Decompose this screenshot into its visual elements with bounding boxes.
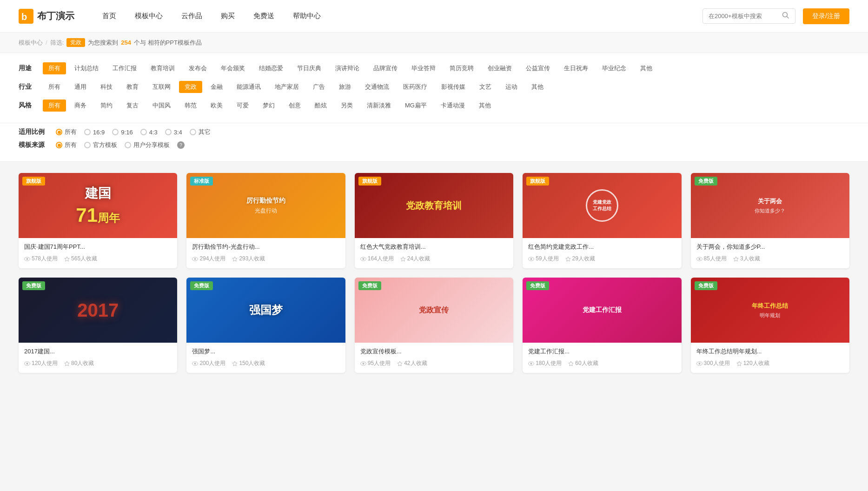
nav-help[interactable]: 帮助中心 (293, 12, 321, 20)
filter-opt-yongtu-8[interactable]: 演讲辩论 (330, 62, 365, 74)
filter-opt-hangye-16[interactable]: 其他 (526, 81, 549, 93)
filter-opt-hangye-5[interactable]: 党政 (179, 81, 202, 93)
template-card-8[interactable]: 党政宣传 免费版 党政宣传模板... 95人使用 42人收藏 (355, 278, 513, 373)
source-option-0[interactable]: 所有 (56, 141, 77, 149)
template-card-2[interactable]: 厉行勤俭节约 光盘行动 标准版 厉行勤俭节约-光盘行动... 294人使用 29… (186, 173, 345, 268)
template-card-4[interactable]: 党建党政工作总结 旗舰版 红色简约党建党政工作... 59人使用 29人收藏 (523, 173, 681, 268)
nav-free[interactable]: 免费送 (253, 12, 274, 20)
nav-template[interactable]: 模板中心 (135, 12, 163, 20)
source-option-2[interactable]: 用户分享模板 (125, 141, 170, 149)
filter-opt-fengge-15[interactable]: 其他 (473, 100, 497, 112)
nav-home[interactable]: 首页 (102, 12, 116, 20)
filter-opt-fengge-2[interactable]: 简约 (95, 100, 118, 112)
nav-buy[interactable]: 购买 (221, 12, 235, 20)
card-views-10: 300人使用 (696, 359, 730, 367)
filter-opt-hangye-9[interactable]: 广告 (307, 81, 331, 93)
card-badge-3: 旗舰版 (358, 177, 381, 186)
filter-opt-hangye-10[interactable]: 旅游 (333, 81, 357, 93)
logo[interactable]: b 布丁演示 (19, 9, 74, 24)
breadcrumb-filter-tag[interactable]: 党政 (66, 38, 85, 47)
filter-opt-yongtu-12[interactable]: 创业融资 (482, 62, 517, 74)
filter-opt-fengge-8[interactable]: 梦幻 (257, 100, 280, 112)
filter-opt-hangye-1[interactable]: 通用 (69, 81, 92, 93)
card-thumb-5: 关于两会 你知道多少？ 免费版 (691, 173, 849, 238)
search-input[interactable] (709, 13, 778, 20)
ratio-option-label-4: 3:4 (174, 129, 182, 136)
template-card-1[interactable]: 建国 71周年 旗舰版 国庆·建国71周年PPT... 578人使用 565人收… (19, 173, 177, 268)
filter-opt-hangye-8[interactable]: 地产家居 (269, 81, 305, 93)
filter-opt-hangye-12[interactable]: 医药医疗 (398, 81, 433, 93)
template-card-10[interactable]: 年终工作总结 明年规划 免费版 年终工作总结明年规划... 300人使用 120… (691, 278, 849, 373)
filter-options-hangye: 所有 通用 科技 教育 互联网 党政 金融 能源通讯 地产家居 广告 旅游 交通… (43, 81, 549, 93)
filter-opt-fengge-9[interactable]: 创意 (283, 100, 306, 112)
filter-opt-yongtu-6[interactable]: 结婚恋爱 (253, 62, 289, 74)
filter-opt-yongtu-14[interactable]: 生日祝寿 (558, 62, 594, 74)
card-views-6: 120人使用 (24, 359, 58, 367)
card-stars-10: 120人收藏 (736, 359, 769, 367)
ratio-option-0[interactable]: 所有 (56, 128, 77, 136)
filter-opt-yongtu-3[interactable]: 教育培训 (145, 62, 180, 74)
filter-opt-yongtu-5[interactable]: 年会颁奖 (215, 62, 251, 74)
filter-opt-hangye-14[interactable]: 文艺 (474, 81, 497, 93)
filter-opt-fengge-5[interactable]: 韩范 (179, 100, 202, 112)
filter-opt-fengge-6[interactable]: 欧美 (205, 100, 228, 112)
ratio-option-2[interactable]: 9:16 (112, 129, 133, 136)
filter-opt-yongtu-10[interactable]: 毕业答辩 (406, 62, 441, 74)
card-stats-10: 300人使用 120人收藏 (696, 359, 844, 367)
filter-opt-fengge-0[interactable]: 所有 (43, 100, 66, 112)
filter-opt-yongtu-1[interactable]: 计划总结 (69, 62, 104, 74)
ratio-option-4[interactable]: 3:4 (165, 129, 182, 136)
filter-opt-hangye-2[interactable]: 科技 (95, 81, 118, 93)
ratio-option-3[interactable]: 4:3 (140, 129, 158, 136)
filter-opt-yongtu-2[interactable]: 工作汇报 (107, 62, 142, 74)
ratio-option-1[interactable]: 16:9 (84, 129, 105, 136)
filter-opt-hangye-4[interactable]: 互联网 (147, 81, 176, 93)
filter-opt-fengge-3[interactable]: 复古 (121, 100, 144, 112)
template-card-7[interactable]: 强国梦 免费版 强国梦... 200人使用 150人收藏 (186, 278, 345, 373)
filter-opt-yongtu-16[interactable]: 其他 (635, 62, 658, 74)
radio-circle-2 (112, 129, 119, 135)
source-option-1[interactable]: 官方模板 (84, 141, 117, 149)
filter-opt-yongtu-13[interactable]: 公益宣传 (520, 62, 556, 74)
card-stars-4: 29人收藏 (565, 255, 595, 263)
filter-opt-yongtu-0[interactable]: 所有 (43, 62, 66, 74)
filter-opt-hangye-3[interactable]: 教育 (121, 81, 144, 93)
filter-row-hangye: 行业 所有 通用 科技 教育 互联网 党政 金融 能源通讯 地产家居 广告 旅游… (19, 81, 849, 93)
nav-cloud[interactable]: 云作品 (181, 12, 202, 20)
filter-opt-yongtu-15[interactable]: 毕业纪念 (596, 62, 632, 74)
filter-opt-fengge-4[interactable]: 中国风 (147, 100, 176, 112)
filter-opt-fengge-11[interactable]: 另类 (335, 100, 358, 112)
template-card-9[interactable]: 党建工作汇报 免费版 党建工作汇报... 180人使用 60人收藏 (523, 278, 681, 373)
filter-label-hangye: 行业 (19, 81, 33, 91)
template-card-3[interactable]: 党政教育培训 旗舰版 红色大气党政教育培训... 164人使用 24人收藏 (355, 173, 513, 268)
filter-opt-fengge-12[interactable]: 清新淡雅 (361, 100, 397, 112)
filter-opt-hangye-7[interactable]: 能源通讯 (231, 81, 266, 93)
filter-opt-fengge-14[interactable]: 卡通动漫 (435, 100, 470, 112)
filter-opt-yongtu-7[interactable]: 节日庆典 (292, 62, 327, 74)
filter-opt-hangye-0[interactable]: 所有 (43, 81, 66, 93)
filter-opt-yongtu-9[interactable]: 品牌宣传 (368, 62, 403, 74)
filter-opt-hangye-11[interactable]: 交通物流 (359, 81, 395, 93)
filter-opt-hangye-15[interactable]: 运动 (500, 81, 523, 93)
filter-opt-hangye-13[interactable]: 影视传媒 (436, 81, 471, 93)
source-label: 模板来源 (19, 141, 45, 149)
filter-opt-hangye-6[interactable]: 金融 (205, 81, 228, 93)
breadcrumb-parent[interactable]: 模板中心 (19, 39, 43, 47)
filter-opt-fengge-7[interactable]: 可爱 (231, 100, 254, 112)
template-card-5[interactable]: 关于两会 你知道多少？ 免费版 关于两会，你知道多少P... 85人使用 3人收… (691, 173, 849, 268)
filter-opt-fengge-13[interactable]: MG扁平 (399, 100, 432, 112)
filter-opt-yongtu-11[interactable]: 简历竞聘 (444, 62, 479, 74)
svg-point-14 (530, 258, 532, 260)
login-button[interactable]: 登录/注册 (803, 8, 849, 24)
breadcrumb-filter-label: 筛选: (50, 39, 64, 47)
filter-opt-yongtu-4[interactable]: 发布会 (183, 62, 212, 74)
filter-opt-fengge-1[interactable]: 商务 (69, 100, 92, 112)
source-help-icon[interactable]: ? (177, 141, 185, 149)
search-box[interactable] (702, 8, 795, 24)
ratio-option-5[interactable]: 其它 (190, 128, 211, 136)
svg-point-32 (698, 363, 700, 365)
template-card-6[interactable]: 2017 免费版 2017建国... 120人使用 80人收藏 (19, 278, 177, 373)
card-stats-8: 95人使用 42人收藏 (360, 359, 508, 367)
svg-point-8 (194, 258, 196, 260)
filter-opt-fengge-10[interactable]: 酷炫 (309, 100, 332, 112)
